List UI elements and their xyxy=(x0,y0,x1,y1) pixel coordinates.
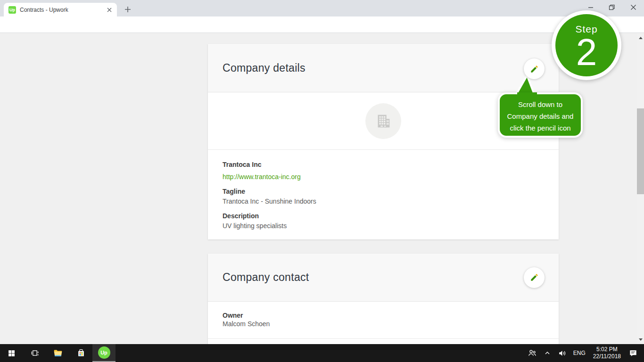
company-details-title: Company details xyxy=(223,62,305,74)
description-value: UV lighting specialists xyxy=(223,222,544,230)
browser-toolbar: https://www.upwork.com xyxy=(0,16,644,33)
upwork-favicon-icon: Up xyxy=(8,6,16,14)
windows-logo-icon xyxy=(7,349,16,358)
company-details-info: Trantoca Inc http://www.trantoca-inc.org… xyxy=(208,150,559,239)
tagline-value: Trantoca Inc - Sunshine Indoors xyxy=(223,197,544,206)
action-center-icon[interactable] xyxy=(625,344,641,362)
windows-taskbar: Up ENG 5:02 PM 22/11/2018 xyxy=(0,344,644,362)
company-contact-header: Company contact xyxy=(208,254,559,302)
edit-company-contact-pencil-icon[interactable] xyxy=(524,267,545,288)
browser-tab[interactable]: Up Contracts - Upwork xyxy=(4,3,117,16)
clock-date: 22/11/2018 xyxy=(593,353,621,360)
new-tab-button[interactable] xyxy=(122,3,134,16)
tab-close-icon[interactable] xyxy=(106,6,113,14)
owner-value: Malcom Schoen xyxy=(223,320,544,328)
scrollbar-thumb[interactable] xyxy=(637,108,644,194)
task-view-icon xyxy=(30,348,40,358)
tab-title: Contracts - Upwork xyxy=(20,7,106,13)
description-label: Description xyxy=(223,212,544,220)
tooltip-line: Company details and xyxy=(500,110,581,122)
tooltip-line: Scroll down to xyxy=(500,99,581,110)
scroll-up-icon[interactable] xyxy=(637,34,644,41)
clock-time: 5:02 PM xyxy=(596,346,618,353)
tooltip-line: click the pencil icon xyxy=(500,122,581,134)
company-contact-title: Company contact xyxy=(223,271,309,284)
building-icon xyxy=(373,111,393,131)
microsoft-store-icon xyxy=(76,348,86,358)
volume-icon[interactable] xyxy=(554,344,570,362)
step-badge: Step 2 xyxy=(552,10,621,80)
tray-chevron-up-icon[interactable] xyxy=(540,344,554,362)
file-explorer-icon xyxy=(53,348,63,358)
company-website-link[interactable]: http://www.trantoca-inc.org xyxy=(223,173,301,181)
company-avatar xyxy=(365,103,401,139)
system-tray: ENG 5:02 PM 22/11/2018 xyxy=(524,344,644,362)
file-explorer-button[interactable] xyxy=(46,344,69,362)
upwork-logo-icon: Up xyxy=(98,346,110,359)
window-restore-button[interactable] xyxy=(602,0,621,15)
start-button[interactable] xyxy=(0,344,23,362)
company-name: Trantoca Inc xyxy=(223,160,544,169)
company-details-header: Company details xyxy=(208,44,559,92)
edit-company-details-pencil-icon[interactable] xyxy=(524,58,545,79)
company-details-card: Company details xyxy=(208,44,559,239)
tutorial-tooltip: Scroll down to Company details and click… xyxy=(498,92,583,138)
task-view-button[interactable] xyxy=(23,344,46,362)
browser-tab-strip: Up Contracts - Upwork xyxy=(0,0,644,16)
company-contact-info: Owner Malcom Schoen xyxy=(208,302,559,339)
page-scrollbar[interactable] xyxy=(637,33,644,344)
owner-label: Owner xyxy=(223,311,544,320)
language-indicator[interactable]: ENG xyxy=(570,344,589,362)
microsoft-store-button[interactable] xyxy=(69,344,92,362)
step-number: 2 xyxy=(555,35,618,70)
scroll-down-icon[interactable] xyxy=(637,336,644,343)
tagline-label: Tagline xyxy=(223,187,544,196)
contact-row-divider xyxy=(208,338,559,339)
taskbar-clock[interactable]: 5:02 PM 22/11/2018 xyxy=(589,346,625,360)
window-close-button[interactable] xyxy=(623,0,643,15)
people-icon[interactable] xyxy=(524,344,540,362)
company-contact-card: Company contact Owner Malcom Schoen xyxy=(208,254,559,344)
page-content: Company details xyxy=(0,33,637,344)
upwork-app-button[interactable]: Up xyxy=(92,344,116,362)
tooltip-pointer-joint xyxy=(517,92,537,98)
